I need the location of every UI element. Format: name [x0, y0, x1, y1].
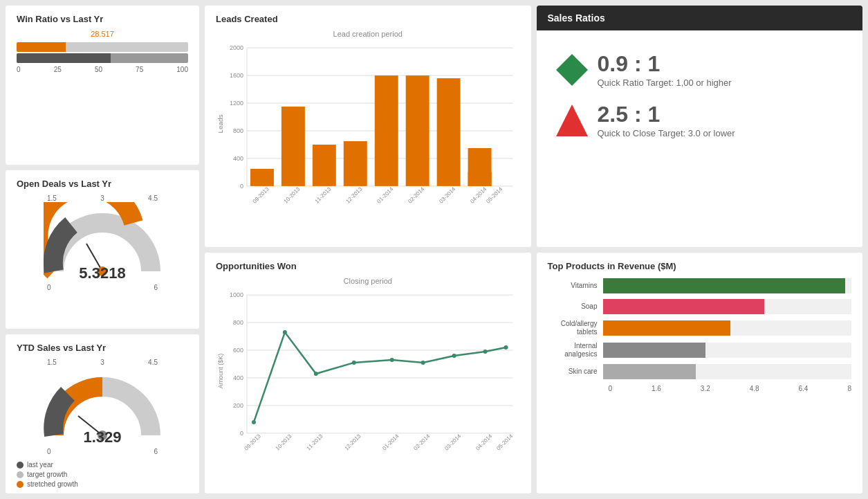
product-bar-track-internal [603, 343, 852, 358]
axis-label-100: 100 [176, 66, 188, 73]
svg-text:03-2014: 03-2014 [438, 185, 456, 204]
leads-subtitle: Lead creation period [216, 30, 520, 38]
svg-rect-20 [250, 169, 274, 186]
open-deals-top-labels: 1.5 3 4.5 [47, 194, 158, 202]
svg-point-58 [390, 358, 394, 362]
ytd-sales-panel: YTD Sales vs Last Yr 1.5 3 4.5 [6, 334, 199, 493]
win-ratio-bar-dark [17, 53, 111, 63]
legend-dot-target [17, 471, 24, 478]
ratio-2-row: 2.5 : 1 Quick to Close Target: 3.0 or lo… [555, 103, 845, 140]
svg-point-57 [352, 361, 356, 365]
open-deals-gauge: 1.5 3 4.5 5.3218 [17, 194, 188, 291]
win-ratio-axis: 0 25 50 75 100 [17, 66, 188, 73]
svg-text:1200: 1200 [230, 100, 243, 107]
svg-text:2000: 2000 [230, 44, 243, 51]
product-row-internal: Internalanalgesics [548, 342, 852, 359]
win-ratio-chart [17, 42, 188, 63]
ytd-sales-label-right: 4.5 [148, 359, 158, 366]
product-row-cold: Cold/allergytablets [548, 320, 852, 336]
svg-text:10-2013: 10-2013 [283, 185, 302, 204]
open-deals-axis: 0 6 [47, 284, 158, 291]
ytd-sales-axis-0: 0 [47, 448, 51, 455]
open-deals-panel: Open Deals vs Last Yr 1.5 3 4.5 [6, 170, 199, 329]
axis-label-50: 50 [95, 66, 102, 73]
svg-text:01-2014: 01-2014 [376, 185, 394, 204]
svg-text:11-2013: 11-2013 [306, 433, 324, 451]
sales-ratios-content: 0.9 : 1 Quick Ratio Target: 1,00 or high… [548, 39, 852, 167]
legend-label-last-year: last year [27, 461, 53, 469]
svg-text:04-2014: 04-2014 [469, 185, 488, 204]
svg-text:02-2014: 02-2014 [412, 433, 431, 451]
product-row-skincare: Skin care [548, 364, 852, 379]
product-bar-vitamins [603, 278, 846, 293]
axis-label-75: 75 [136, 66, 143, 73]
diamond-icon [555, 53, 589, 89]
ytd-sales-top-labels: 1.5 3 4.5 [47, 359, 158, 366]
svg-text:09-2013: 09-2013 [252, 185, 270, 204]
tp-axis-1-6: 1.6 [652, 385, 661, 392]
legend-item-stretched: stretched growth [17, 480, 188, 488]
opportunities-subtitle: Closing period [216, 277, 520, 285]
legend-dot-last-year [17, 462, 24, 469]
open-deals-title: Open Deals vs Last Yr [17, 179, 188, 189]
open-deals-axis-6: 6 [154, 284, 158, 291]
top-products-content: Vitamins Soap Cold/allergytablets Intern… [548, 278, 852, 392]
svg-text:05-2014: 05-2014 [495, 433, 514, 451]
svg-rect-25 [406, 75, 430, 186]
svg-rect-26 [437, 78, 461, 186]
svg-text:600: 600 [233, 347, 243, 354]
legend: last year target growth stretched growth [17, 461, 188, 488]
svg-point-56 [314, 371, 318, 375]
sales-ratios-panel: Sales Ratios 0.9 : 1 Quick Ratio Target:… [537, 6, 863, 247]
axis-label-25: 25 [54, 66, 62, 73]
ytd-sales-label-top: 3 [100, 359, 104, 366]
win-ratio-panel: Win Ratio vs Last Yr 28.517 0 25 50 75 1… [6, 6, 199, 165]
svg-text:400: 400 [233, 155, 243, 162]
open-deals-axis-0: 0 [47, 284, 51, 291]
svg-rect-28 [468, 148, 492, 186]
svg-text:400: 400 [233, 374, 243, 381]
product-bar-soap [603, 299, 765, 314]
opportunities-chart: 1000 800 600 400 200 0 Amount ($K) [216, 288, 520, 454]
axis-label-0: 0 [17, 66, 21, 73]
svg-text:12-2013: 12-2013 [344, 185, 363, 204]
svg-text:04-2014: 04-2014 [474, 433, 493, 451]
ratio-1-row: 0.9 : 1 Quick Ratio Target: 1,00 or high… [555, 53, 845, 89]
product-bar-skincare [603, 364, 696, 379]
svg-text:11-2013: 11-2013 [314, 185, 333, 204]
svg-text:02-2014: 02-2014 [407, 185, 425, 204]
svg-rect-24 [375, 75, 398, 186]
top-products-axis: 0 1.6 3.2 4.8 6.4 8 [609, 385, 852, 392]
product-label-vitamins: Vitamins [548, 282, 603, 290]
win-ratio-bar-track-2 [17, 53, 188, 63]
win-ratio-bar-track [17, 42, 188, 52]
triangle-icon [555, 103, 589, 140]
svg-text:Leads: Leads [216, 114, 224, 133]
svg-point-55 [283, 330, 287, 334]
svg-text:12-2013: 12-2013 [343, 433, 362, 451]
ratio-1-content: 0.9 : 1 Quick Ratio Target: 1,00 or high… [598, 53, 732, 88]
legend-item-target: target growth [17, 471, 188, 478]
open-deals-label-right: 4.5 [148, 194, 158, 202]
svg-point-54 [252, 419, 256, 424]
dashboard: Win Ratio vs Last Yr 28.517 0 25 50 75 1… [0, 0, 868, 499]
leads-chart: 2000 1600 1200 800 400 0 Leads 09-2013 1… [216, 41, 520, 207]
ratio-1-description: Quick Ratio Target: 1,00 or higher [598, 78, 732, 88]
ratio-2-content: 2.5 : 1 Quick to Close Target: 3.0 or lo… [598, 103, 735, 138]
svg-rect-23 [344, 141, 367, 186]
product-label-cold: Cold/allergytablets [548, 320, 603, 336]
svg-text:800: 800 [233, 319, 243, 326]
legend-label-stretched: stretched growth [27, 480, 78, 488]
open-deals-label-left: 1.5 [47, 194, 57, 202]
svg-text:09-2013: 09-2013 [243, 433, 262, 451]
sales-ratios-header: Sales Ratios [537, 6, 863, 30]
product-label-skincare: Skin care [548, 368, 603, 376]
svg-point-60 [452, 354, 456, 358]
tp-axis-4-8: 4.8 [750, 385, 759, 392]
svg-point-62 [504, 345, 508, 350]
opportunities-won-panel: Opportunities Won Closing period 1000 80… [205, 253, 531, 494]
product-label-internal: Internalanalgesics [548, 342, 603, 359]
product-row-vitamins: Vitamins [548, 278, 852, 293]
product-bar-track-cold [603, 320, 852, 336]
svg-rect-22 [313, 145, 336, 186]
